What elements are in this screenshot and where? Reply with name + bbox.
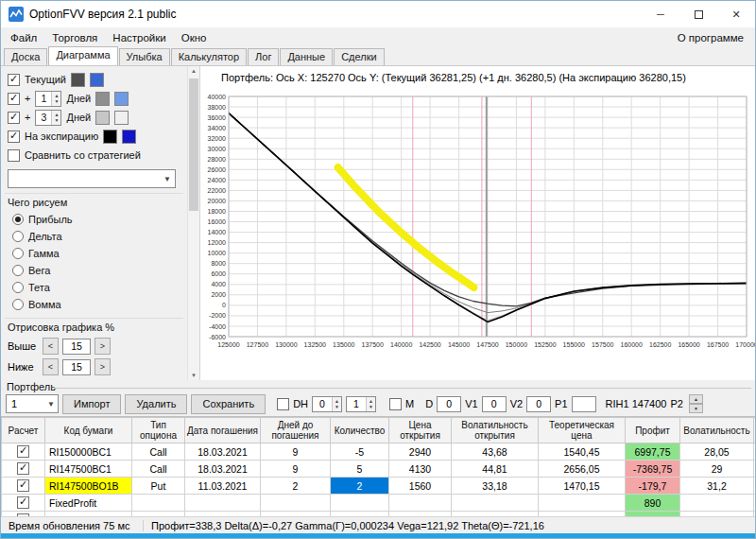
dh-stepper-1[interactable]: 0▲▼ <box>312 396 342 412</box>
cell-qty[interactable] <box>331 495 389 512</box>
cell-profit[interactable]: 890 <box>626 495 680 512</box>
column-header[interactable]: Волатильность открытия <box>452 418 539 443</box>
radio-delta[interactable]: Дельта <box>1 228 187 245</box>
plus3-curve-color-1[interactable] <box>95 111 110 125</box>
cell-open[interactable]: 2940 <box>389 443 452 461</box>
arrow-up-icon[interactable]: ▲ <box>689 394 703 404</box>
cell-type[interactable]: Call <box>132 461 185 478</box>
current-curve-color-2[interactable] <box>90 73 104 87</box>
plus1-days-stepper[interactable]: 1▲▼ <box>35 91 61 107</box>
p1-field[interactable] <box>572 396 596 412</box>
column-header[interactable]: Дата погашения <box>185 418 261 443</box>
cell-type[interactable] <box>132 495 185 512</box>
below-increase-button[interactable]: > <box>94 358 111 375</box>
cell-qty[interactable]: -5 <box>331 443 389 461</box>
radio-profit[interactable]: Прибыль <box>1 211 187 228</box>
cell-days[interactable]: 9 <box>261 461 331 478</box>
row-check-cell[interactable] <box>2 443 45 461</box>
save-button[interactable]: Сохранить <box>191 394 266 414</box>
radio-icon[interactable] <box>12 265 24 276</box>
plus1-curve-color-1[interactable] <box>95 92 110 106</box>
cell-open[interactable]: 1560 <box>389 478 452 495</box>
cell-date[interactable] <box>185 495 261 512</box>
column-header[interactable]: Тип опциона <box>132 418 185 443</box>
cell-open[interactable]: 4130 <box>389 461 452 478</box>
radio-icon[interactable] <box>12 231 24 242</box>
below-value-field[interactable]: 15 <box>62 359 91 375</box>
tab-deals[interactable]: Сделки <box>334 48 385 65</box>
cell-vol_open[interactable]: 44,81 <box>452 461 539 478</box>
above-decrease-button[interactable]: < <box>43 338 59 355</box>
profit-chart[interactable]: 1250001275001300001325001350001375001400… <box>200 89 756 359</box>
above-value-field[interactable]: 15 <box>62 339 91 355</box>
cell-qty[interactable]: 5 <box>331 461 389 478</box>
cell-date[interactable]: 18.03.2021 <box>185 443 261 461</box>
radio-vomma[interactable]: Вомма <box>1 296 187 313</box>
tab-diagram[interactable]: Диаграмма <box>48 46 117 65</box>
column-header[interactable]: Расчет <box>2 418 45 443</box>
d-field[interactable]: 0 <box>437 396 461 412</box>
cell-days[interactable]: 9 <box>261 443 331 461</box>
v1-field[interactable]: 0 <box>482 396 507 412</box>
radio-icon[interactable] <box>12 248 24 259</box>
plus1-curve-color-2[interactable] <box>114 92 129 106</box>
cell-profit[interactable]: 6997,75 <box>626 443 680 461</box>
cell-days[interactable]: 2 <box>261 478 331 495</box>
current-curve-checkbox[interactable] <box>8 74 20 86</box>
plus3-curve-checkbox[interactable] <box>8 112 20 124</box>
radio-vega[interactable]: Вега <box>1 262 187 279</box>
cell-theor[interactable] <box>539 495 626 512</box>
column-header[interactable]: Теоретическая цена <box>539 418 626 443</box>
tab-log[interactable]: Лог <box>248 48 279 65</box>
m-checkbox[interactable] <box>389 398 402 410</box>
strategy-combobox[interactable]: ▼ <box>8 169 176 188</box>
column-header[interactable]: Де <box>754 418 756 443</box>
cell-date[interactable]: 18.03.2021 <box>185 461 261 478</box>
cell-delta[interactable]: -1 <box>754 443 756 461</box>
tab-calculator[interactable]: Калькулятор <box>171 48 247 65</box>
menu-about[interactable]: О программе <box>668 30 753 45</box>
cell-type[interactable]: Call <box>132 443 185 461</box>
radio-gamma[interactable]: Гамма <box>1 245 187 262</box>
table-row[interactable]: RI147500BC1Call18.03.202195413044,812656… <box>2 461 756 478</box>
left-panel-scrollbar[interactable]: ▲ ▼ <box>187 66 199 380</box>
portfolio-select[interactable]: 1▼ <box>6 394 59 413</box>
row-check-cell[interactable] <box>2 478 45 495</box>
cell-code[interactable]: FixedProfit <box>45 495 132 512</box>
plus3-curve-color-2[interactable] <box>114 111 129 125</box>
cell-theor[interactable]: 2656,05 <box>539 461 626 478</box>
above-increase-button[interactable]: > <box>94 338 111 355</box>
expiration-curve-color-2[interactable] <box>122 130 136 144</box>
table-row[interactable]: FixedProfit890 <box>2 495 756 512</box>
below-decrease-button[interactable]: < <box>43 358 59 375</box>
cell-vol_open[interactable] <box>452 495 539 512</box>
v2-field[interactable]: 0 <box>526 396 551 412</box>
table-row[interactable]: RI150000BC1Call18.03.20219-5294043,68154… <box>2 443 756 461</box>
row-checkbox[interactable] <box>17 513 29 516</box>
expiration-curve-checkbox[interactable] <box>8 130 20 143</box>
cell-vol_open[interactable]: 33,18 <box>452 478 539 495</box>
close-button[interactable]: ✕ <box>717 1 755 27</box>
chart-area[interactable]: Портфель: Ось X: 125270 Ось Y: (Текущий … <box>199 66 755 380</box>
cell-code[interactable]: RI147500BO1B <box>45 478 132 495</box>
column-header[interactable]: Цена открытия <box>389 418 452 443</box>
scroll-up-icon[interactable]: ▲ <box>188 68 199 74</box>
current-curve-color-1[interactable] <box>71 73 85 87</box>
cell-qty[interactable]: 2 <box>331 478 389 495</box>
row-check-cell[interactable] <box>2 495 45 512</box>
cell-theor[interactable]: 1540,45 <box>539 443 626 461</box>
cell-type[interactable]: Put <box>132 478 185 495</box>
row-check-cell[interactable] <box>2 461 45 478</box>
plus1-curve-checkbox[interactable] <box>8 93 20 105</box>
column-header[interactable]: Количество <box>331 418 389 443</box>
cell-delta[interactable] <box>754 495 756 512</box>
row-checkbox[interactable] <box>17 496 29 509</box>
compare-strategy-checkbox[interactable] <box>8 149 20 162</box>
cell-profit[interactable]: -7369,75 <box>626 461 680 478</box>
cell-date[interactable]: 11.03.2021 <box>185 478 261 495</box>
dh-stepper-2[interactable]: 1▲▼ <box>346 396 376 412</box>
cell-vol[interactable] <box>680 495 754 512</box>
row-checkbox[interactable] <box>17 479 29 492</box>
minimize-button[interactable]: ─ <box>642 1 679 27</box>
plus3-days-stepper[interactable]: 3▲▼ <box>35 110 61 126</box>
